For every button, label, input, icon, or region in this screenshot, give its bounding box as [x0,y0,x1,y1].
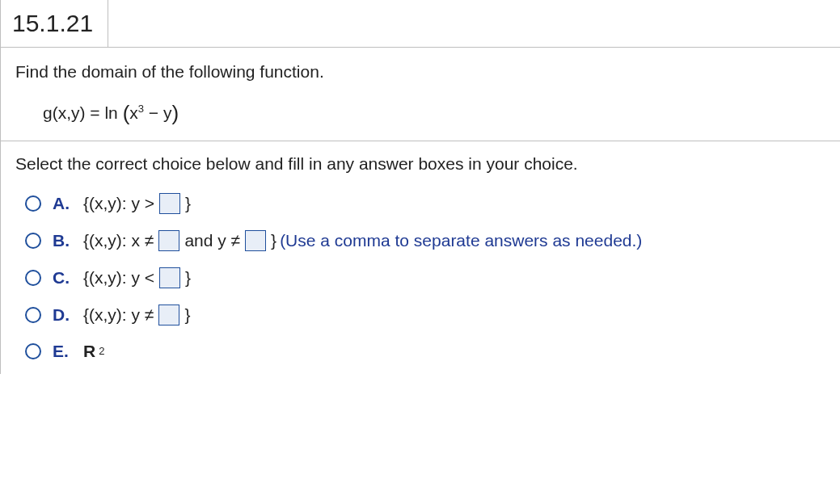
choice-b-input-2[interactable] [245,230,266,251]
choice-d-pre: {(x,y): y ≠ [83,305,154,325]
choice-e-row: E. R2 [25,342,824,361]
choice-a-content: {(x,y): y > } [83,193,191,214]
open-paren: ( [123,101,130,126]
equation-exp: 3 [138,103,144,115]
choice-b-label: B. [53,231,72,250]
choice-d-label: D. [53,305,72,325]
choice-a-post: } [185,194,191,213]
equation: g(x,y) = ln (x3 − y) [15,99,825,124]
choice-a-row: A. {(x,y): y > } [25,193,824,214]
choice-b-input-1[interactable] [158,230,179,251]
instruction-text: Select the correct choice below and fill… [15,154,578,173]
choice-b-post: } [271,231,276,250]
equation-inside-post: − y [144,103,171,122]
question-container: 15.1.21 Find the domain of the following… [0,0,840,374]
radio-c[interactable] [25,270,41,286]
choice-c-pre: {(x,y): y < [83,268,154,288]
choice-b-content: {(x,y): x ≠ and y ≠ } (Use a comma to se… [83,230,642,251]
choice-e-base: R [83,342,95,361]
radio-a[interactable] [25,195,41,212]
prompt-text: Find the domain of the following functio… [15,62,825,82]
equation-lhs: g(x,y) = ln [43,103,118,122]
prompt-block: Find the domain of the following functio… [1,48,840,141]
radio-b[interactable] [25,233,41,249]
choice-d-content: {(x,y): y ≠ } [83,304,190,326]
radio-e[interactable] [25,343,41,359]
choice-b-mid: and y ≠ [184,231,240,250]
choice-c-input[interactable] [159,267,180,288]
choice-b-pre: {(x,y): x ≠ [83,231,154,250]
question-header-row: 15.1.21 [1,0,840,48]
choice-b-hint: (Use a comma to separate answers as need… [280,231,642,250]
choice-e-label: E. [53,342,72,361]
choice-b-row: B. {(x,y): x ≠ and y ≠ } (Use a comma to… [25,230,824,251]
question-number: 15.1.21 [1,0,108,47]
choice-c-row: C. {(x,y): y < } [25,267,824,288]
choice-c-content: {(x,y): y < } [83,267,191,288]
choice-a-pre: {(x,y): y > [83,194,154,213]
choice-a-label: A. [53,194,72,213]
radio-d[interactable] [25,307,41,323]
choice-e-content: R2 [83,342,104,361]
close-paren: ) [171,101,179,126]
choice-a-input[interactable] [159,193,180,214]
choice-d-row: D. {(x,y): y ≠ } [25,304,824,326]
choice-d-input[interactable] [158,304,179,326]
choices-block: A. {(x,y): y > } B. {(x,y): x ≠ and y ≠ … [1,178,840,374]
instruction-block: Select the correct choice below and fill… [1,141,840,178]
choice-c-label: C. [53,268,72,288]
choice-c-post: } [185,268,191,288]
choice-d-post: } [184,305,190,325]
equation-inside-pre: x [129,103,138,122]
